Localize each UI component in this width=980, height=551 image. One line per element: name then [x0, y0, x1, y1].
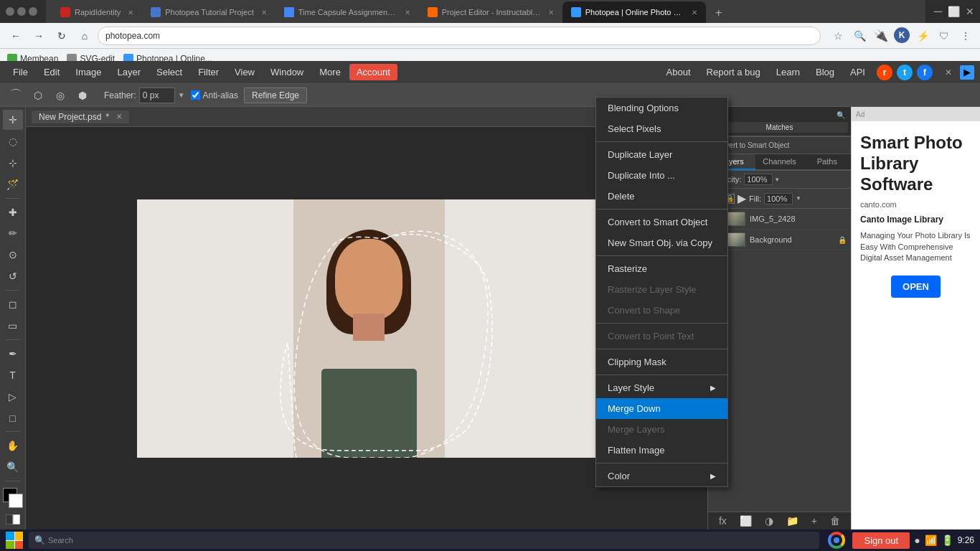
- zoom-tool[interactable]: 🔍: [3, 457, 23, 477]
- ctx-color[interactable]: Color ▶: [596, 466, 727, 486]
- menu-file[interactable]: File: [6, 64, 35, 80]
- history-brush-tool[interactable]: ↺: [3, 266, 23, 286]
- layer-mask-icon[interactable]: ⬜: [740, 515, 752, 527]
- antialias-checkbox-label[interactable]: Anti-alias: [191, 90, 238, 100]
- ctx-delete[interactable]: Delete: [596, 186, 727, 207]
- win-minimize-icon[interactable]: ─: [934, 5, 942, 18]
- fill-input[interactable]: [764, 193, 793, 204]
- ad-open-button[interactable]: OPEN: [891, 276, 941, 298]
- feather-input[interactable]: [139, 88, 175, 103]
- start-button[interactable]: [6, 532, 23, 549]
- forward-button[interactable]: →: [29, 26, 49, 46]
- extension-3-icon[interactable]: 🛡: [936, 27, 953, 44]
- maximize-button[interactable]: [29, 7, 37, 16]
- ctx-clipping-mask[interactable]: Clipping Mask: [596, 352, 727, 372]
- refine-edge-button[interactable]: Refine Edge: [244, 88, 307, 103]
- canvas-tab-close[interactable]: ✕: [116, 113, 122, 121]
- new-tab-button[interactable]: +: [709, 3, 729, 23]
- menu-report-bug[interactable]: Report a bug: [699, 64, 768, 80]
- taskbar-search[interactable]: 🔍 Search: [29, 532, 819, 549]
- panel-search-icon[interactable]: 🔍: [837, 111, 845, 119]
- layer-item-bg[interactable]: Background 🔒: [708, 230, 851, 250]
- facebook-icon[interactable]: f: [917, 65, 933, 80]
- menu-about[interactable]: About: [659, 64, 698, 80]
- profile-icon[interactable]: K: [894, 27, 910, 43]
- menu-api[interactable]: API: [843, 64, 872, 80]
- healing-tool[interactable]: ✚: [3, 202, 23, 222]
- crop-tool[interactable]: ⊹: [3, 153, 23, 173]
- close-button[interactable]: [6, 7, 14, 16]
- hand-tool[interactable]: ✋: [3, 435, 23, 456]
- menu-blog[interactable]: Blog: [809, 64, 842, 80]
- win-restore-icon[interactable]: ⬜: [948, 6, 960, 17]
- magic-wand-tool[interactable]: 🪄: [3, 174, 23, 194]
- lasso-group[interactable]: ◌: [3, 131, 23, 151]
- extensions-icon[interactable]: 🔌: [872, 27, 890, 44]
- menu-layer[interactable]: Layer: [110, 64, 149, 80]
- layer-item-img[interactable]: IMG_5_2428: [708, 209, 851, 230]
- layer-group-icon[interactable]: 📁: [786, 515, 798, 527]
- taskbar-chrome-icon[interactable]: [825, 529, 848, 551]
- fill-dropdown-icon[interactable]: ▼: [796, 195, 801, 202]
- tab-close-2[interactable]: ✕: [261, 9, 267, 17]
- opacity-input[interactable]: [744, 174, 773, 185]
- path-select-tool[interactable]: ▷: [3, 387, 23, 407]
- canvas-tab-item[interactable]: New Project.psd * ✕: [32, 110, 129, 123]
- ad-settings-icon[interactable]: ▶: [960, 65, 974, 80]
- eraser-tool[interactable]: ◻: [3, 294, 23, 314]
- tab-project-editor[interactable]: Project Editor - Instructables ✕: [419, 1, 562, 23]
- menu-filter[interactable]: Filter: [191, 64, 226, 80]
- ctx-duplicate-into[interactable]: Duplicate Into ...: [596, 165, 727, 186]
- text-tool[interactable]: T: [3, 365, 23, 385]
- tab-close-4[interactable]: ✕: [548, 9, 554, 17]
- ctx-convert-smart-object[interactable]: Convert to Smart Object: [596, 212, 727, 232]
- lasso-tool-btn[interactable]: ⌒: [6, 85, 26, 105]
- back-button[interactable]: ←: [6, 26, 26, 46]
- menu-learn[interactable]: Learn: [769, 64, 807, 80]
- ctx-flatten-image[interactable]: Flatten Image: [596, 440, 727, 461]
- menu-image[interactable]: Image: [68, 64, 108, 80]
- ctx-blending-options[interactable]: Blending Options: [596, 107, 727, 118]
- win-close-icon[interactable]: ✕: [966, 6, 974, 17]
- menu-view[interactable]: View: [227, 64, 262, 80]
- clone-tool[interactable]: ⊙: [3, 245, 23, 265]
- tab-rapididentity[interactable]: RapidIdentity ✕: [52, 1, 142, 23]
- shape-tool[interactable]: □: [3, 408, 23, 428]
- ctx-merge-down[interactable]: Merge Down: [596, 398, 727, 419]
- move-tool[interactable]: ✛: [3, 110, 23, 130]
- magic-wand-btn[interactable]: ⬢: [72, 85, 93, 105]
- twitter-icon[interactable]: t: [897, 65, 913, 80]
- menu-window[interactable]: Window: [263, 64, 311, 80]
- ad-close-button[interactable]: ✕: [941, 65, 956, 80]
- tab-time-capsule[interactable]: Time Capsule Assignment - Go... ✕: [275, 1, 419, 23]
- magnetic-lasso-btn[interactable]: ◎: [50, 85, 70, 105]
- polygon-lasso-btn[interactable]: ⬡: [28, 85, 48, 105]
- bookmark-star-icon[interactable]: ☆: [829, 27, 847, 44]
- address-bar[interactable]: photopea.com: [98, 27, 821, 45]
- background-color[interactable]: [9, 494, 23, 508]
- ctx-new-smart-obj[interactable]: New Smart Obj. via Copy: [596, 232, 727, 253]
- reddit-icon[interactable]: r: [877, 65, 892, 80]
- menu-more[interactable]: More: [312, 64, 348, 80]
- menu-account[interactable]: Account: [349, 64, 397, 80]
- feather-dropdown-icon[interactable]: ▼: [178, 91, 185, 99]
- panel-matches-tab[interactable]: Matches: [711, 122, 848, 133]
- antialias-checkbox[interactable]: [191, 90, 200, 100]
- ctx-select-pixels[interactable]: Select Pixels: [596, 118, 727, 139]
- more-menu-icon[interactable]: ⋮: [957, 27, 974, 44]
- layer-adjustment-icon[interactable]: ◑: [765, 515, 773, 527]
- brush-tool[interactable]: ✏: [3, 223, 23, 243]
- opacity-dropdown-icon[interactable]: ▼: [774, 176, 780, 183]
- tab-close-3[interactable]: ✕: [405, 9, 410, 17]
- tab-close-5[interactable]: ✕: [692, 9, 697, 17]
- tab-search-icon[interactable]: 🔍: [851, 27, 868, 44]
- tab-close-1[interactable]: ✕: [128, 9, 133, 17]
- home-button[interactable]: ⌂: [75, 26, 95, 46]
- color-picker[interactable]: [3, 488, 23, 508]
- ctx-layer-style[interactable]: Layer Style ▶: [596, 377, 727, 398]
- paths-tab[interactable]: Paths: [804, 154, 851, 170]
- ctx-duplicate-layer[interactable]: Duplicate Layer: [596, 144, 727, 165]
- layer-effects-icon[interactable]: fx: [719, 515, 727, 527]
- menu-select[interactable]: Select: [149, 64, 189, 80]
- gradient-tool[interactable]: ▭: [3, 316, 23, 336]
